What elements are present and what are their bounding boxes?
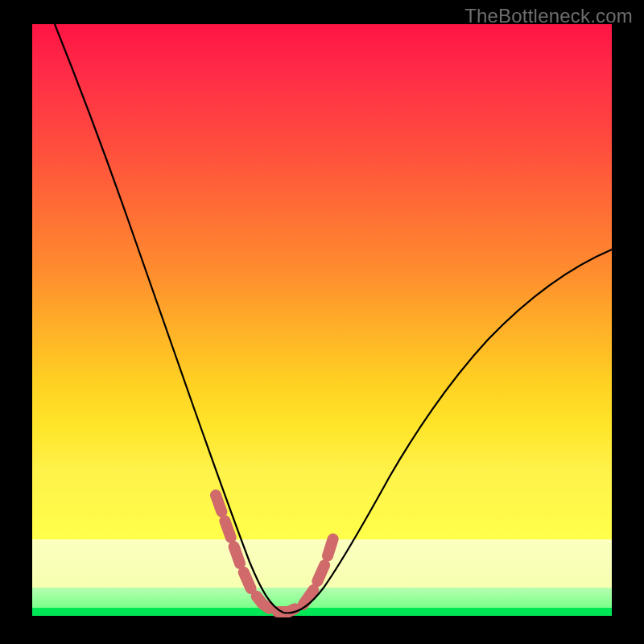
chart-plot-area (32, 24, 612, 616)
chart-svg (32, 24, 612, 616)
watermark-text: TheBottleneck.com (464, 5, 633, 27)
highlight-segment (216, 495, 335, 612)
chart-frame: TheBottleneck.com (0, 0, 644, 644)
bottleneck-curve (55, 24, 612, 613)
